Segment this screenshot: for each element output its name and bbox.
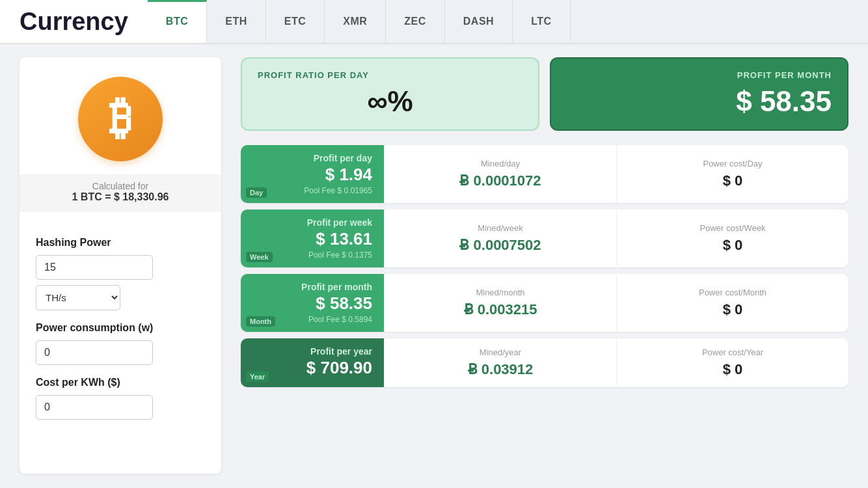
tab-eth[interactable]: ETH [207,0,266,43]
stat-cards: PROFIT RATIO PER DAY ∞% PROFIT PER MONTH… [241,57,848,131]
month-badge: Month [246,316,275,327]
month-value: $ 58.35 [567,85,832,118]
year-badge: Year [246,372,269,382]
month-profit-title: Profit per month [252,282,372,292]
month-row-right: Mined/month Ƀ 0.003215 Power cost/Month … [384,274,848,332]
day-power-cell: Power cost/Day $ 0 [616,145,848,203]
year-mined-cell: Mined/year Ƀ 0.03912 [384,338,616,387]
month-row: Profit per month $ 58.35 Pool Fee $ 0.58… [241,274,848,332]
month-row-left: Profit per month $ 58.35 Pool Fee $ 0.58… [241,274,384,332]
month-label: PROFIT PER MONTH [567,70,832,80]
app-title: Currency [0,0,148,43]
year-power-label: Power cost/Year [702,347,763,357]
stat-card-ratio: PROFIT RATIO PER DAY ∞% [241,57,539,131]
data-rows: Profit per day $ 1.94 Pool Fee $ 0.01965… [241,145,848,387]
year-profit-value: $ 709.90 [252,358,372,378]
month-power-label: Power cost/Month [699,288,766,297]
month-profit-value: $ 58.35 [252,293,372,314]
left-form: Hashing Power TH/s GH/s MH/s Power consu… [20,212,221,420]
week-mined-cell: Mined/week Ƀ 0.0007502 [384,210,616,267]
day-power-value: $ 0 [723,172,743,189]
year-power-cell: Power cost/Year $ 0 [616,338,848,387]
week-row: Profit per week $ 13.61 Pool Fee $ 0.137… [241,210,848,267]
ratio-label: PROFIT RATIO PER DAY [258,70,522,80]
tab-ltc[interactable]: LTC [513,0,570,43]
month-power-value: $ 0 [723,301,743,318]
coin-icon-area: ₿ [20,57,221,174]
header: Currency BTC ETH ETC XMR ZEC DASH LTC [0,0,868,44]
day-row-right: Mined/day Ƀ 0.0001072 Power cost/Day $ 0 [384,145,848,203]
power-consumption-label: Power consumption (w) [36,322,205,334]
month-mined-cell: Mined/month Ƀ 0.003215 [384,274,616,332]
day-profit-value: $ 1.94 [252,165,372,185]
cost-per-kwh-label: Cost per KWh ($) [36,377,205,388]
year-row-right: Mined/year Ƀ 0.03912 Power cost/Year $ 0 [384,338,848,387]
year-mined-value: Ƀ 0.03912 [468,361,534,378]
tab-btc[interactable]: BTC [148,0,207,43]
week-row-right: Mined/week Ƀ 0.0007502 Power cost/Week $… [384,210,848,267]
year-mined-label: Mined/year [480,347,521,357]
week-power-cell: Power cost/Week $ 0 [616,210,848,267]
tab-zec[interactable]: ZEC [386,0,445,43]
day-row-left: Profit per day $ 1.94 Pool Fee $ 0.01965… [241,145,384,203]
day-profit-title: Profit per day [252,153,372,163]
week-profit-value: $ 13.61 [252,229,372,249]
week-row-left: Profit per week $ 13.61 Pool Fee $ 0.137… [241,210,384,267]
day-badge: Day [246,187,267,198]
btc-symbol: ₿ [109,95,132,141]
week-power-value: $ 0 [723,237,743,254]
calculated-label: Calculated for [20,181,221,191]
month-mined-value: Ƀ 0.003215 [464,301,537,318]
hashing-power-label: Hashing Power [36,237,205,249]
week-badge: Week [246,252,273,262]
year-row-left: Profit per year $ 709.90 Year [241,338,384,387]
ratio-value: ∞% [258,85,522,118]
day-pool-fee: Pool Fee $ 0.01965 [252,186,372,195]
calculated-for-section: Calculated for 1 BTC = $ 18,330.96 [20,174,221,212]
year-power-value: $ 0 [723,361,743,378]
month-mined-label: Mined/month [476,288,524,297]
hashing-unit-select[interactable]: TH/s GH/s MH/s [36,285,120,310]
power-consumption-input[interactable] [36,340,153,365]
year-profit-title: Profit per year [252,346,372,357]
day-mined-cell: Mined/day Ƀ 0.0001072 [384,145,616,203]
week-mined-value: Ƀ 0.0007502 [459,237,541,254]
btc-icon: ₿ [78,77,163,161]
month-power-cell: Power cost/Month $ 0 [616,274,848,332]
year-row: Profit per year $ 709.90 Year Mined/year… [241,338,848,387]
main-content: ₿ Calculated for 1 BTC = $ 18,330.96 Has… [0,44,868,487]
cost-per-kwh-input[interactable] [36,395,153,420]
week-power-label: Power cost/Week [700,223,766,233]
tab-xmr[interactable]: XMR [325,0,386,43]
calculated-value: 1 BTC = $ 18,330.96 [20,191,221,203]
tab-dash[interactable]: DASH [445,0,513,43]
week-profit-title: Profit per week [252,217,372,228]
day-power-label: Power cost/Day [703,159,762,169]
week-mined-label: Mined/week [478,223,522,233]
currency-tabs: BTC ETH ETC XMR ZEC DASH LTC [148,0,868,43]
day-mined-value: Ƀ 0.0001072 [459,172,541,189]
day-mined-label: Mined/day [481,159,520,169]
hashing-power-input[interactable] [36,255,153,280]
day-row: Profit per day $ 1.94 Pool Fee $ 0.01965… [241,145,848,203]
left-panel: ₿ Calculated for 1 BTC = $ 18,330.96 Has… [20,57,221,474]
stat-card-month: PROFIT PER MONTH $ 58.35 [550,57,848,131]
tab-etc[interactable]: ETC [266,0,325,43]
right-panel: PROFIT RATIO PER DAY ∞% PROFIT PER MONTH… [221,57,848,474]
